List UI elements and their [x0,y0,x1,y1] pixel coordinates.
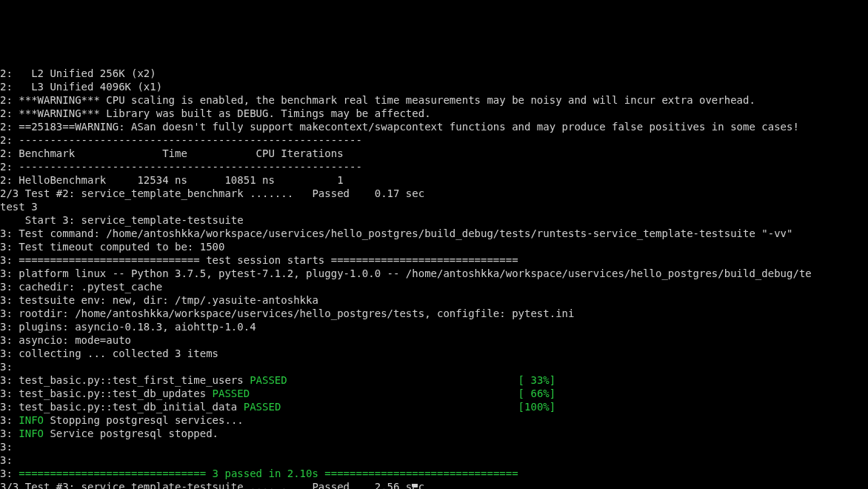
terminal-segment: 3: rootdir: /home/antoshkka/workspace/us… [0,307,574,319]
terminal-line: Start 3: service_template-testsuite [0,213,868,227]
terminal-line: 3: [0,440,868,453]
terminal-segment: 3: [0,361,19,373]
terminal-line: 3: [0,453,868,467]
terminal-segment: in 2.10s [262,468,318,479]
terminal-segment: 3/3 Test #3: service_template-testsuite … [0,481,424,489]
terminal-segment: INFO [19,428,44,439]
terminal-segment: 3: Test timeout computed to be: 1500 [0,241,224,253]
terminal-output: 2: L2 Unified 256K (x2)2: L3 Unified 409… [0,67,868,489]
terminal-segment: 3: [0,414,19,426]
terminal-line: 3: collecting ... collected 3 items [0,347,868,360]
terminal-segment: PASSED [250,374,287,386]
terminal-segment: 2: L2 Unified 256K (x2) [0,67,156,79]
terminal-line: 3: test_basic.py::test_db_initial_data P… [0,400,868,413]
terminal-line: 2: ***WARNING*** Library was built as DE… [0,107,868,120]
terminal-line: 3: ============================= test se… [0,253,868,267]
terminal-segment: Stopping postgresql services... [44,414,244,426]
text-cursor [412,484,418,487]
terminal-segment [281,401,518,413]
terminal-segment: 2: HelloBenchmark 12534 ns 10851 ns 1 [0,174,344,186]
terminal-line: 2: L3 Unified 4096K (x1) [0,80,868,93]
terminal-segment: [ 66%] [518,387,556,399]
terminal-segment: 2: L3 Unified 4096K (x1) [0,81,162,93]
terminal-segment: 2: -------------------------------------… [0,134,362,146]
terminal-segment: 3: testsuite env: new, dir: /tmp/.yasuit… [0,294,318,306]
terminal-segment: 2: ==25183==WARNING: ASan doesn't fully … [0,121,799,133]
terminal-segment: [100%] [518,401,556,413]
terminal-segment: PASSED [213,387,250,399]
terminal-segment: PASSED [244,401,281,413]
terminal-segment: 3: [0,454,19,466]
terminal-line: 3: testsuite env: new, dir: /tmp/.yasuit… [0,293,868,307]
terminal-line: test 3 [0,200,868,213]
terminal-segment: [ 33%] [518,374,556,386]
terminal-line: 2: Benchmark Time CPU Iterations [0,147,868,160]
terminal-segment: 3: Test command: /home/antoshkka/workspa… [0,227,792,239]
terminal-line: 2: HelloBenchmark 12534 ns 10851 ns 1 [0,173,868,187]
terminal-segment: 3: ============================= test se… [0,254,518,266]
terminal-line: 3: cachedir: .pytest_cache [0,280,868,293]
terminal-segment: 3: test_basic.py::test_first_time_users [0,374,250,386]
terminal-segment: 3: [0,428,19,439]
terminal-segment: =============================== [318,468,518,479]
terminal-segment: INFO [19,414,44,426]
terminal-segment: 2: ***WARNING*** Library was built as DE… [0,107,431,119]
terminal-segment: 2: Benchmark Time CPU Iterations [0,147,344,159]
terminal-segment: 3: asyncio: mode=auto [0,334,131,346]
terminal-line: 2: L2 Unified 256K (x2) [0,67,868,80]
terminal-line: 2: -------------------------------------… [0,133,868,147]
terminal-line: 2/3 Test #2: service_template_benchmark … [0,187,868,200]
terminal-segment: 3: [0,468,19,479]
terminal-line: 3: INFO Stopping postgresql services... [0,413,868,427]
terminal-line: 3: ============================== 3 pass… [0,467,868,480]
terminal-line: 3: test_basic.py::test_first_time_users … [0,373,868,387]
terminal-line: 2: ==25183==WARNING: ASan doesn't fully … [0,120,868,133]
terminal-line: 3: asyncio: mode=auto [0,333,868,347]
terminal-line: 3: rootdir: /home/antoshkka/workspace/us… [0,307,868,320]
terminal-segment: 3: cachedir: .pytest_cache [0,281,162,293]
terminal-line: 2: -------------------------------------… [0,160,868,173]
terminal-line: 3/3 Test #3: service_template-testsuite … [0,480,868,489]
terminal-line: 3: Test timeout computed to be: 1500 [0,240,868,253]
terminal-segment: 3: collecting ... collected 3 items [0,347,218,359]
terminal-line: 3: Test command: /home/antoshkka/workspa… [0,227,868,240]
terminal-line: 3: platform linux -- Python 3.7.5, pytes… [0,267,868,280]
terminal-segment: Start 3: service_template-testsuite [0,214,244,226]
terminal-line: 3: [0,360,868,373]
terminal-segment: ============================== [19,468,212,479]
terminal-segment: 3 passed [213,468,262,479]
terminal-segment: 3: test_basic.py::test_db_initial_data [0,401,244,413]
terminal-segment: 3: [0,441,19,453]
terminal-segment: test 3 [0,201,38,213]
terminal-line: 3: plugins: asyncio-0.18.3, aiohttp-1.0.… [0,320,868,333]
terminal-segment [250,387,518,399]
terminal-line: 2: ***WARNING*** CPU scaling is enabled,… [0,93,868,107]
terminal-line: 3: test_basic.py::test_db_updates PASSED… [0,387,868,400]
terminal-segment [287,374,518,386]
terminal-line: 3: INFO Service postgresql stopped. [0,427,868,440]
terminal-segment: 3: platform linux -- Python 3.7.5, pytes… [0,267,812,279]
terminal-segment: 3: test_basic.py::test_db_updates [0,387,213,399]
terminal-segment: 2: ***WARNING*** CPU scaling is enabled,… [0,94,755,106]
terminal-segment: 3: plugins: asyncio-0.18.3, aiohttp-1.0.… [0,321,256,333]
terminal-segment: 2/3 Test #2: service_template_benchmark … [0,187,424,199]
terminal-segment: Service postgresql stopped. [44,428,218,439]
terminal-segment: 2: -------------------------------------… [0,161,362,173]
